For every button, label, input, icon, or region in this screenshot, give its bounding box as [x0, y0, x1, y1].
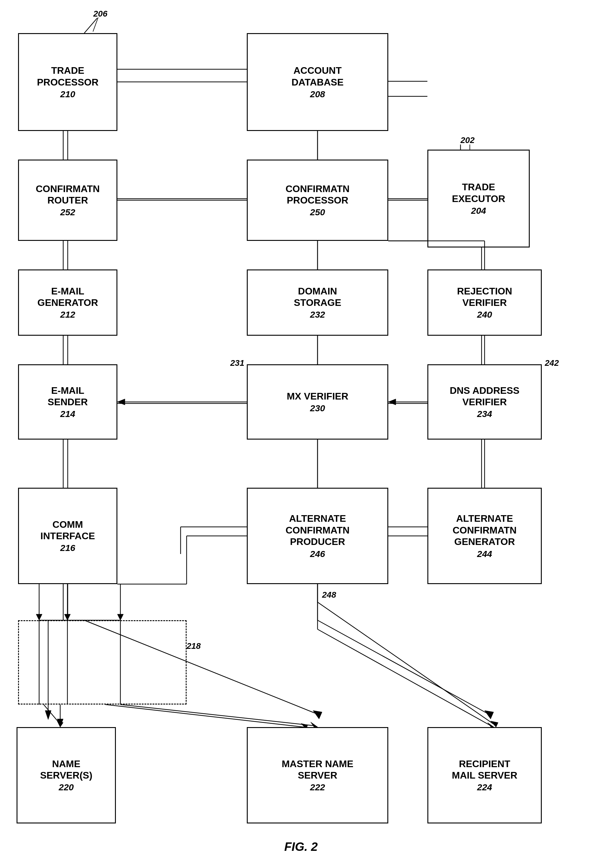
domain-storage-label: DOMAINSTORAGE [294, 286, 341, 309]
confirmatn-processor-num: 250 [310, 207, 325, 217]
svg-marker-44 [36, 614, 42, 620]
trade-executor-label: TRADEEXECUTOR [452, 181, 505, 205]
confirmatn-router-label: CONFIRMATNROUTER [36, 183, 100, 206]
alt-confirmatn-producer-label: ALTERNATECONFIRMATNPRODUCER [285, 513, 350, 547]
ref-206: 206 [93, 9, 107, 19]
svg-marker-76 [57, 721, 63, 727]
diagram: 206 202 TRADEPROCESSOR 210 ACCOUNTDATABA… [0, 0, 614, 868]
mx-verifier-box: MX VERIFIER 230 [247, 364, 388, 439]
svg-line-77 [105, 705, 304, 727]
dns-address-verifier-num: 234 [477, 409, 492, 419]
comm-interface-num: 216 [60, 543, 75, 553]
email-generator-num: 212 [60, 309, 75, 320]
svg-line-37 [318, 629, 491, 725]
ref-218: 218 [187, 641, 201, 651]
trade-processor-num: 210 [60, 89, 75, 99]
master-name-server-label: MASTER NAMESERVER [282, 758, 354, 781]
name-servers-label: NAMESERVER(S) [40, 758, 92, 781]
mx-verifier-label: MX VERIFIER [287, 390, 348, 402]
recipient-mail-server-num: 224 [477, 782, 492, 792]
name-servers-num: 220 [59, 782, 74, 792]
dashed-fan-box [18, 620, 187, 705]
svg-line-27 [318, 620, 488, 714]
alt-confirmatn-generator-box: ALTERNATECONFIRMATNGENERATOR 244 [427, 488, 542, 584]
master-name-server-num: 222 [310, 782, 325, 792]
svg-marker-34 [57, 719, 63, 727]
confirmatn-router-box: CONFIRMATNROUTER 252 [18, 160, 117, 241]
email-sender-label: E-MAILSENDER [48, 385, 88, 408]
account-database-box: ACCOUNTDATABASE 208 [247, 33, 388, 131]
trade-processor-label: TRADEPROCESSOR [37, 65, 98, 88]
ref-202: 202 [460, 135, 474, 145]
domain-storage-box: DOMAINSTORAGE 232 [247, 269, 388, 336]
confirmatn-router-num: 252 [60, 207, 75, 217]
email-generator-label: E-MAILGENERATOR [37, 286, 98, 309]
dns-address-verifier-box: DNS ADDRESSVERIFIER 234 [427, 364, 542, 439]
alt-confirmatn-generator-label: ALTERNATECONFIRMATNGENERATOR [453, 513, 517, 547]
rejection-verifier-label: REJECTIONVERIFIER [457, 286, 512, 309]
ref-231: 231 [230, 358, 244, 368]
svg-marker-25 [313, 711, 322, 719]
confirmatn-processor-label: CONFIRMATNPROCESSOR [285, 183, 350, 206]
alt-confirmatn-producer-box: ALTERNATECONFIRMATNPRODUCER 246 [247, 488, 388, 584]
mx-verifier-num: 230 [310, 403, 325, 413]
account-database-num: 208 [310, 89, 325, 99]
svg-line-35 [120, 705, 313, 725]
ref-242: 242 [545, 358, 559, 368]
confirmatn-processor-box: CONFIRMATNPROCESSOR 250 [247, 160, 388, 241]
svg-marker-65 [388, 399, 396, 405]
comm-interface-label: COMMINTERFACE [40, 519, 95, 542]
email-generator-box: E-MAILGENERATOR 212 [18, 269, 117, 336]
alt-confirmatn-generator-num: 244 [477, 549, 492, 559]
trade-executor-num: 204 [471, 206, 486, 216]
svg-marker-46 [117, 614, 123, 620]
trade-processor-box: TRADEPROCESSOR 210 [18, 33, 117, 131]
domain-storage-num: 232 [310, 309, 325, 320]
name-servers-box: NAMESERVER(S) 220 [17, 727, 116, 823]
email-sender-box: E-MAILSENDER 214 [18, 364, 117, 439]
alt-confirmatn-producer-num: 246 [310, 549, 325, 559]
comm-interface-box: COMMINTERFACE 216 [18, 488, 117, 584]
recipient-mail-server-box: RECIPIENTMAIL SERVER 224 [427, 727, 542, 823]
figure-label: FIG. 2 [241, 840, 361, 854]
svg-line-75 [43, 705, 60, 724]
rejection-verifier-num: 240 [477, 309, 492, 320]
email-sender-num: 214 [60, 409, 75, 419]
svg-marker-63 [117, 399, 125, 405]
dns-address-verifier-label: DNS ADDRESSVERIFIER [450, 385, 519, 408]
rejection-verifier-box: REJECTIONVERIFIER 240 [427, 269, 542, 336]
master-name-server-box: MASTER NAMESERVER 222 [247, 727, 388, 823]
svg-marker-80 [491, 721, 498, 727]
svg-marker-28 [485, 711, 494, 719]
svg-line-79 [318, 602, 494, 724]
svg-marker-45 [64, 614, 70, 620]
ref-248: 248 [322, 590, 336, 600]
trade-executor-box: TRADEEXECUTOR 204 [427, 150, 530, 247]
recipient-mail-server-label: RECIPIENTMAIL SERVER [452, 758, 517, 781]
account-database-label: ACCOUNTDATABASE [291, 65, 343, 88]
svg-marker-23 [45, 711, 51, 720]
